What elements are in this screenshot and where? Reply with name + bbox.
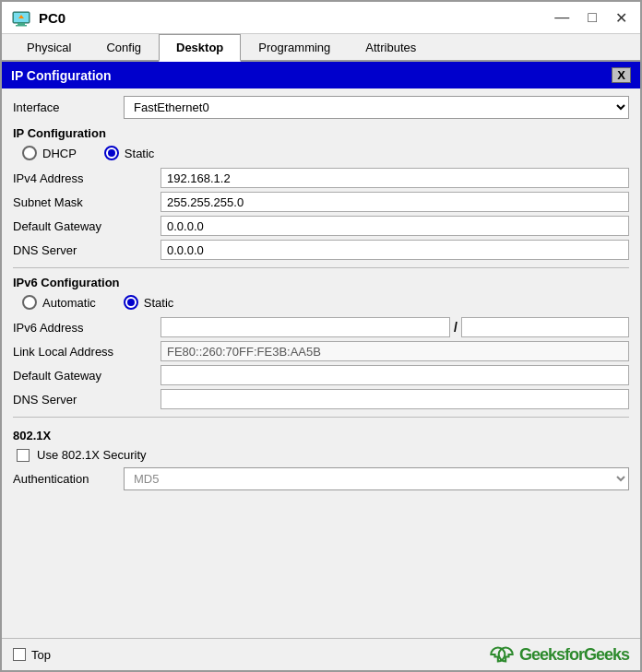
- brand-icon: [488, 644, 516, 665]
- static-radio-circle: [104, 146, 119, 160]
- ipv6-address-input[interactable]: [160, 317, 450, 337]
- static-radio-dot: [108, 149, 115, 157]
- link-local-input[interactable]: [160, 341, 629, 361]
- close-button[interactable]: ✕: [612, 9, 631, 27]
- brand-name: GeeksforGeeks: [519, 645, 629, 665]
- automatic-label: Automatic: [42, 296, 96, 310]
- ipv6-address-row: IPv6 Address /: [13, 317, 629, 337]
- svg-rect-2: [16, 25, 27, 27]
- tab-physical[interactable]: Physical: [9, 34, 89, 60]
- link-local-label: Link Local Address: [13, 345, 160, 359]
- ip-config-title: IP Configuration: [11, 68, 112, 83]
- dns-server-label: DNS Server: [13, 243, 160, 257]
- content-area: IP Configuration X Interface FastEtherne…: [2, 62, 640, 638]
- ipv6-static-radio-dot: [127, 299, 135, 306]
- default-gateway-label: Default Gateway: [13, 219, 160, 233]
- footer-left: Top: [13, 648, 51, 662]
- tab-desktop[interactable]: Desktop: [159, 34, 241, 62]
- ipv6-gateway-input[interactable]: [160, 365, 629, 385]
- footer: Top GeeksforGeeks: [2, 638, 640, 670]
- subnet-mask-label: Subnet Mask: [13, 195, 160, 209]
- ipv6-address-inputs: /: [160, 317, 629, 337]
- ip-config-close-button[interactable]: X: [612, 67, 631, 83]
- tab-programming[interactable]: Programming: [241, 34, 348, 60]
- minimize-button[interactable]: —: [551, 9, 573, 27]
- ip-config-header: IP Configuration X: [2, 62, 640, 88]
- dhcp-radio-circle: [22, 146, 37, 160]
- authentication-row: Authentication MD5: [13, 467, 629, 490]
- ipv6-static-radio-circle: [124, 295, 138, 310]
- use-8021x-checkbox[interactable]: [17, 449, 30, 462]
- ipv6-address-label: IPv6 Address: [13, 321, 160, 335]
- ipv4-address-input[interactable]: [160, 168, 629, 188]
- ipv4-section-title: IP Configuration: [13, 126, 629, 140]
- ipv6-mode-radio-row: Automatic Static: [13, 295, 629, 310]
- default-gateway-input[interactable]: [160, 216, 629, 236]
- titlebar: PC0 — □ ✕: [2, 2, 640, 34]
- separator-1: [13, 267, 629, 268]
- interface-select[interactable]: FastEthernet0: [124, 96, 629, 119]
- ip-mode-radio-row: DHCP Static: [13, 146, 629, 160]
- brand-logo: GeeksforGeeks: [488, 644, 629, 665]
- static-label: Static: [125, 147, 155, 160]
- top-label: Top: [31, 648, 51, 662]
- main-panel: Interface FastEthernet0 IP Configuration…: [2, 88, 640, 638]
- interface-row: Interface FastEthernet0: [13, 96, 629, 119]
- static-radio[interactable]: Static: [104, 146, 155, 160]
- ipv6-gateway-row: Default Gateway: [13, 365, 629, 385]
- dns-server-row: DNS Server: [13, 240, 629, 260]
- ipv6-slash: /: [454, 320, 458, 335]
- tab-attributes[interactable]: Attributes: [348, 34, 434, 60]
- ipv4-address-label: IPv4 Address: [13, 171, 160, 185]
- ipv6-static-label: Static: [144, 296, 174, 310]
- interface-label: Interface: [13, 100, 124, 114]
- window-title: PC0: [39, 10, 543, 26]
- tab-config[interactable]: Config: [89, 34, 159, 60]
- subnet-mask-row: Subnet Mask: [13, 192, 629, 212]
- main-window: PC0 — □ ✕ Physical Config Desktop Progra…: [0, 0, 642, 672]
- automatic-radio-circle: [22, 295, 37, 310]
- authentication-label: Authentication: [13, 472, 124, 486]
- dhcp-radio[interactable]: DHCP: [22, 146, 77, 160]
- subnet-mask-input[interactable]: [160, 192, 629, 212]
- ipv6-dns-input[interactable]: [160, 389, 629, 409]
- window-controls: — □ ✕: [551, 9, 631, 27]
- ipv4-address-row: IPv4 Address: [13, 168, 629, 188]
- use-8021x-label: Use 802.1X Security: [37, 448, 147, 462]
- ipv6-prefix-input[interactable]: [461, 317, 629, 337]
- use-8021x-row: Use 802.1X Security: [13, 448, 629, 462]
- link-local-row: Link Local Address: [13, 341, 629, 361]
- authentication-select[interactable]: MD5: [124, 467, 629, 490]
- ipv6-static-radio[interactable]: Static: [124, 295, 174, 310]
- ipv6-dns-row: DNS Server: [13, 389, 629, 409]
- app-icon: [11, 7, 31, 28]
- svg-rect-1: [18, 23, 25, 25]
- ipv6-dns-label: DNS Server: [13, 393, 160, 407]
- automatic-radio[interactable]: Automatic: [22, 295, 96, 310]
- dhcp-label: DHCP: [42, 147, 77, 160]
- dns-server-input[interactable]: [160, 240, 629, 260]
- tab-bar: Physical Config Desktop Programming Attr…: [2, 34, 640, 62]
- maximize-button[interactable]: □: [584, 9, 600, 27]
- top-checkbox[interactable]: [13, 648, 26, 661]
- 8021x-section: 802.1X Use 802.1X Security Authenticatio…: [13, 425, 629, 498]
- separator-2: [13, 417, 629, 418]
- 8021x-title: 802.1X: [13, 429, 629, 442]
- ipv6-gateway-label: Default Gateway: [13, 369, 160, 383]
- default-gateway-row: Default Gateway: [13, 216, 629, 236]
- ipv6-section-title: IPv6 Configuration: [13, 276, 629, 289]
